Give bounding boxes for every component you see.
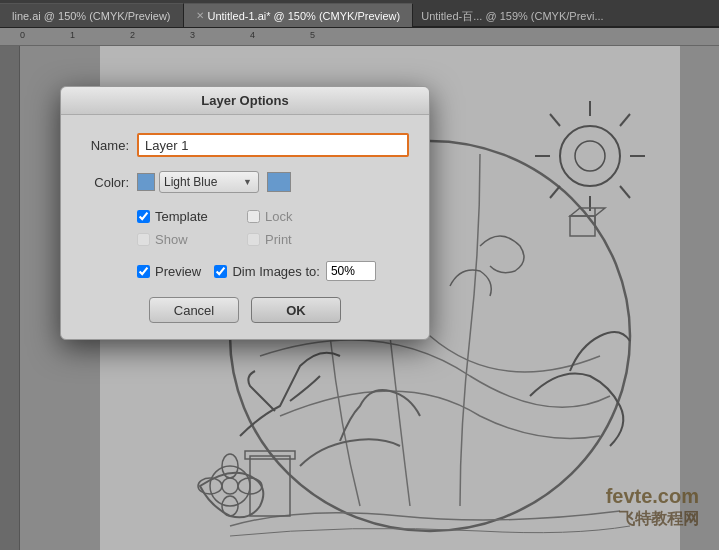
preview-label[interactable]: Preview [155,264,201,279]
color-row: Color: Light Blue ▼ [81,171,409,193]
preview-checkbox[interactable] [137,265,150,278]
show-checkbox[interactable] [137,233,150,246]
ruler-mark-1: 1 [70,30,75,40]
ruler-mark-3: 3 [190,30,195,40]
layer-options-dialog: Layer Options Name: Color: Light Blue ▼ [60,86,430,340]
ruler-mark-4: 4 [250,30,255,40]
lock-checkbox-item: Lock [247,209,337,224]
tab-label: Untitled-1.ai* @ 150% (CMYK/Preview) [208,10,401,22]
chevron-down-icon: ▼ [243,177,252,187]
top-window-label: Untitled-百... @ 159% (CMYK/Previ... [421,9,603,24]
dialog-title: Layer Options [201,93,288,108]
dim-images-checkbox[interactable] [214,265,227,278]
print-checkbox[interactable] [247,233,260,246]
show-label[interactable]: Show [155,232,188,247]
dialog-titlebar: Layer Options [61,87,429,115]
template-checkbox[interactable] [137,210,150,223]
left-panel [0,46,20,550]
color-swatch [137,173,155,191]
print-label[interactable]: Print [265,232,292,247]
color-dropdown-text: Light Blue [164,175,239,189]
print-checkbox-item: Print [247,232,337,247]
template-checkbox-item: Template [137,209,227,224]
canvas-area: 1905 [20,46,719,550]
ruler: 0 1 2 3 4 5 [0,28,719,46]
checkboxes-grid: Template Lock Show [137,209,409,247]
name-input[interactable] [137,133,409,157]
dialog-body: Name: Color: Light Blue ▼ [61,115,429,339]
main-area: 1905 [0,46,719,550]
tab-bar: line.ai @ 150% (CMYK/Preview) ✕ Untitled… [0,0,719,28]
checkbox-row-2: Show Print [137,232,409,247]
tab-line-ai[interactable]: line.ai @ 150% (CMYK/Preview) [0,3,184,27]
checkbox-row-1: Template Lock [137,209,409,224]
ruler-mark-5: 5 [310,30,315,40]
buttons-row: Cancel OK [81,297,409,323]
tab-label: line.ai @ 150% (CMYK/Preview) [12,10,171,22]
ruler-mark-0: 0 [20,30,25,40]
color-label: Color: [81,175,129,190]
cancel-button[interactable]: Cancel [149,297,239,323]
dim-images-label[interactable]: Dim Images to: [232,264,319,279]
ok-button[interactable]: OK [251,297,341,323]
name-row: Name: [81,133,409,157]
lock-checkbox[interactable] [247,210,260,223]
template-label[interactable]: Template [155,209,208,224]
dim-value-input[interactable] [326,261,376,281]
tab-close-icon[interactable]: ✕ [196,10,204,21]
show-checkbox-item: Show [137,232,227,247]
name-label: Name: [81,138,129,153]
ruler-mark-2: 2 [130,30,135,40]
color-preview-box[interactable] [267,172,291,192]
dim-row: Preview Dim Images to: [137,261,409,281]
tab-untitled[interactable]: ✕ Untitled-1.ai* @ 150% (CMYK/Preview) [184,3,414,27]
ruler-marks: 0 1 2 3 4 5 [20,28,719,45]
lock-label[interactable]: Lock [265,209,292,224]
color-dropdown[interactable]: Light Blue ▼ [159,171,259,193]
